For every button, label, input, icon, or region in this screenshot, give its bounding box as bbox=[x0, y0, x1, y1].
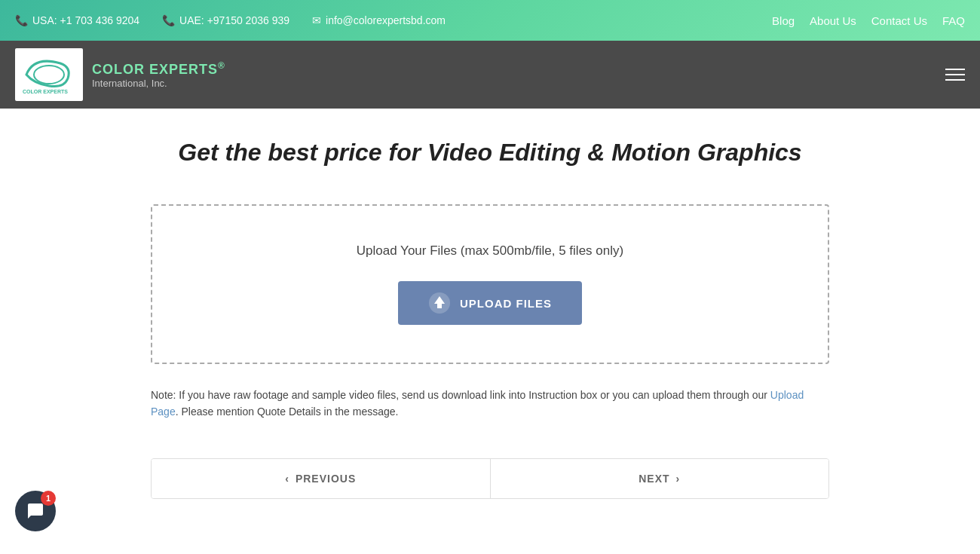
next-label: NEXT bbox=[639, 473, 669, 485]
main-content: Get the best price for Video Editing & M… bbox=[0, 109, 980, 529]
upload-section: Upload Your Files (max 500mb/file, 5 fil… bbox=[151, 204, 829, 364]
note-text-before: Note: If you have raw footage and sample… bbox=[151, 389, 770, 401]
nav-contact-us[interactable]: Contact Us bbox=[871, 14, 927, 27]
phone-uae-text: UAE: +97150 2036 939 bbox=[179, 14, 289, 26]
upload-button-label: UPLOAD FILES bbox=[460, 297, 552, 310]
logo-svg: COLOR EXPERTS bbox=[19, 52, 79, 97]
nav-blog[interactable]: Blog bbox=[772, 14, 795, 27]
upload-label: Upload Your Files (max 500mb/file, 5 fil… bbox=[175, 243, 805, 259]
note-text-after: . Please mention Quote Details in the me… bbox=[176, 406, 399, 418]
hamburger-line-3 bbox=[945, 79, 965, 81]
nav-buttons: ‹ PREVIOUS NEXT › bbox=[151, 458, 829, 499]
logo-company-name: COLOR EXPERTS® bbox=[92, 60, 225, 78]
upload-button[interactable]: UPLOAD FILES bbox=[398, 281, 582, 325]
phone-uae-icon: 📞 bbox=[162, 14, 175, 26]
next-button[interactable]: NEXT › bbox=[491, 459, 829, 498]
nav-faq[interactable]: FAQ bbox=[942, 14, 965, 27]
chat-icon bbox=[26, 502, 44, 520]
chevron-right-icon: › bbox=[676, 473, 681, 485]
email-icon: ✉ bbox=[312, 14, 321, 26]
upload-icon bbox=[428, 292, 451, 314]
note-section: Note: If you have raw footage and sample… bbox=[151, 387, 829, 421]
top-bar-nav: Blog About Us Contact Us FAQ bbox=[772, 14, 965, 27]
hamburger-line-2 bbox=[945, 74, 965, 75]
header: COLOR EXPERTS COLOR EXPERTS® Internation… bbox=[0, 41, 980, 109]
phone-usa-text: USA: +1 703 436 9204 bbox=[32, 14, 139, 26]
email-contact: ✉ info@colorexpertsbd.com bbox=[312, 14, 446, 26]
nav-about-us[interactable]: About Us bbox=[810, 14, 856, 27]
page-title: Get the best price for Video Editing & M… bbox=[15, 139, 965, 167]
email-text: info@colorexpertsbd.com bbox=[326, 14, 446, 26]
previous-label: PREVIOUS bbox=[296, 473, 356, 485]
hamburger-menu[interactable] bbox=[945, 69, 965, 81]
top-bar: 📞 USA: +1 703 436 9204 📞 UAE: +97150 203… bbox=[0, 0, 980, 41]
logo-subtitle: International, Inc. bbox=[92, 78, 225, 89]
phone-usa-icon: 📞 bbox=[15, 14, 28, 26]
logo-box: COLOR EXPERTS bbox=[15, 48, 83, 101]
chat-button[interactable]: 1 bbox=[15, 491, 56, 531]
svg-text:COLOR EXPERTS: COLOR EXPERTS bbox=[23, 89, 68, 94]
logo-text: COLOR EXPERTS® International, Inc. bbox=[92, 60, 225, 89]
chevron-left-icon: ‹ bbox=[285, 473, 289, 485]
previous-button[interactable]: ‹ PREVIOUS bbox=[152, 459, 491, 498]
hamburger-line-1 bbox=[945, 69, 965, 70]
logo-trademark: ® bbox=[218, 60, 225, 71]
logo-area: COLOR EXPERTS COLOR EXPERTS® Internation… bbox=[15, 48, 225, 101]
phone-usa: 📞 USA: +1 703 436 9204 bbox=[15, 14, 139, 26]
top-bar-left: 📞 USA: +1 703 436 9204 📞 UAE: +97150 203… bbox=[15, 14, 446, 26]
phone-uae: 📞 UAE: +97150 2036 939 bbox=[162, 14, 289, 26]
chat-badge: 1 bbox=[41, 491, 56, 506]
